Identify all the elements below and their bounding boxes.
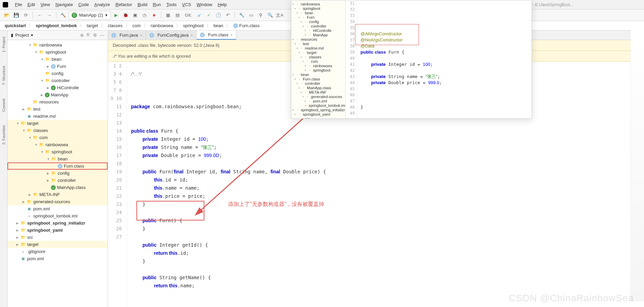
ov-tree-11[interactable]: ▸▫target — [291, 50, 345, 55]
project-tree[interactable]: ▼📁rainbowsea▼📁springboot▼📁bean▶cFurn📁con… — [7, 40, 108, 307]
tree-item-bean[interactable]: ▼📁bean — [7, 155, 108, 162]
crumb-2[interactable]: target — [85, 22, 99, 29]
ov-tree-17[interactable]: ▸▫Furn.class — [291, 77, 345, 81]
close-icon[interactable]: × — [231, 33, 233, 37]
ov-tree-10[interactable]: ▸▫readme.md — [291, 46, 345, 50]
tree-item-com[interactable]: ▼📁com — [7, 134, 108, 141]
menu-run[interactable]: Run — [150, 1, 164, 8]
ov-tree-3[interactable]: ▸▫Furn — [291, 15, 345, 19]
tree-item-mainapp[interactable]: ▶cMainApp — [7, 91, 108, 98]
tab-furn-class[interactable]: cFurn.class× — [197, 31, 236, 40]
crumb-5[interactable]: rainbowsea — [149, 22, 175, 29]
run-icon[interactable]: ▶ — [112, 11, 120, 19]
menu-help[interactable]: Help — [215, 1, 229, 8]
expand-icon[interactable]: ⇱ — [87, 33, 90, 38]
tree-item-rainbowsea[interactable]: ▼📁rainbowsea — [7, 41, 108, 49]
overlay-code[interactable]: @AllArgsConstructor @NoArgsConstructor @… — [357, 0, 532, 118]
overlay-tree[interactable]: ▸▫rainbowsea▸▫springboot▸▫bean▸▫Furn▸▫co… — [291, 0, 346, 118]
menu-file[interactable]: File — [12, 1, 25, 8]
menu-navigate[interactable]: Navigate — [53, 1, 75, 8]
tab-furn-java[interactable]: cFurn.java× — [108, 31, 146, 40]
chevron-down-icon[interactable]: ▾ — [31, 33, 33, 38]
tree-item-controller[interactable]: ▶📁controller — [7, 177, 108, 184]
tab-furnconfig-java[interactable]: cFurnConfig.java× — [146, 31, 197, 40]
tree-item-springboot-spring-initializr[interactable]: ▶📁springboot_spring_initializr — [7, 219, 108, 227]
tree-item-pom-xml[interactable]: ▣pom.xml — [7, 205, 108, 212]
forward-icon[interactable]: → — [45, 11, 53, 19]
tree-item--gitignore[interactable]: ▫.gitignore — [7, 248, 108, 255]
save-icon[interactable]: 💾 — [12, 11, 20, 19]
tree-item-src[interactable]: ▶📁src — [7, 234, 108, 241]
menu-window[interactable]: Window — [194, 1, 215, 8]
tool-tab-project[interactable]: 1: Project — [1, 33, 6, 56]
close-icon[interactable]: × — [190, 33, 192, 37]
settings-icon[interactable]: 🔧 — [238, 11, 246, 19]
structure-icon[interactable]: ▭ — [247, 11, 255, 19]
crumb-6[interactable]: springboot — [182, 22, 205, 29]
profile-icon[interactable]: ◷ — [141, 11, 149, 19]
tool-tab-structure[interactable]: 7: Structure — [1, 62, 6, 89]
ov-tree-4[interactable]: ▸▫config — [291, 19, 345, 24]
ov-tree-2[interactable]: ▸▫bean — [291, 11, 345, 15]
ov-tree-19[interactable]: ▸▫MainApp.class — [291, 85, 345, 90]
ov-tree-21[interactable]: ▸▫generated-sources — [291, 94, 345, 99]
ov-tree-15[interactable]: ▸▫springboot — [291, 68, 345, 72]
search-everywhere-icon[interactable]: ⚲ — [257, 11, 265, 19]
gear-icon[interactable]: ⚙ — [93, 33, 97, 38]
ov-tree-14[interactable]: ▸▫rainbowsea — [291, 63, 345, 68]
tree-item-generated-sources[interactable]: ▶📁generated-sources — [7, 198, 108, 205]
ov-tree-8[interactable]: ▸▫resources — [291, 37, 345, 41]
ov-tree-25[interactable]: ▸▫springboot_yaml — [291, 112, 345, 116]
ov-tree-22[interactable]: ▸▫pom.xml — [291, 99, 345, 103]
menu-build[interactable]: Build — [135, 1, 150, 8]
open-icon[interactable]: 📂 — [3, 11, 11, 19]
tree-item-classes[interactable]: ▼📁classes — [7, 127, 108, 134]
ov-tree-5[interactable]: ▸▫controller — [291, 24, 345, 28]
ov-tree-7[interactable]: ▸▫MainApp — [291, 33, 345, 37]
vcs-update-icon[interactable]: ↙ — [195, 11, 203, 19]
tree-item-springboot[interactable]: ▼📁springboot — [7, 148, 108, 155]
close-icon[interactable]: × — [140, 33, 142, 37]
debug-icon[interactable]: 🐞 — [122, 11, 130, 19]
grid-icon[interactable]: ▦ — [164, 11, 172, 19]
ov-tree-20[interactable]: ▸▫META-INF — [291, 90, 345, 94]
vcs-commit-icon[interactable]: ✓ — [205, 11, 213, 19]
translate-icon[interactable]: 文A — [276, 11, 284, 19]
tree-item-springboot-yaml[interactable]: ▶📁springboot_yaml — [7, 227, 108, 234]
hammer-icon[interactable]: 🔨 — [59, 11, 67, 19]
find-icon[interactable]: 🔍 — [266, 11, 274, 19]
tree-item-hicontrolle[interactable]: ▶cHiControlle — [7, 84, 108, 91]
stop-icon[interactable]: ■ — [150, 11, 158, 19]
crumb-7[interactable]: bean — [212, 22, 225, 29]
tree-item-controller[interactable]: ▼📁controller — [7, 77, 108, 84]
ov-tree-12[interactable]: ▸▫classes — [291, 55, 345, 59]
tree-item-target[interactable]: ▼📁target — [7, 120, 108, 127]
menu-tools[interactable]: Tools — [164, 1, 179, 8]
tool-tab-commit[interactable]: Commit — [1, 95, 6, 115]
tree-item-meta-inf[interactable]: ▶📁META-INF — [7, 191, 108, 198]
coverage-icon[interactable]: ▣ — [131, 11, 139, 19]
tree-item-target[interactable]: ▶📁target — [7, 241, 108, 248]
menu-view[interactable]: View — [38, 1, 53, 8]
tree-item-config[interactable]: ▶📁config — [7, 170, 108, 177]
tree-item-resources[interactable]: 📁resources — [7, 98, 108, 105]
crumb-3[interactable]: classes — [107, 22, 124, 29]
tree-item-furn-class[interactable]: cFurn.class — [7, 162, 108, 170]
layout-icon[interactable]: ▤ — [173, 11, 182, 19]
crumb-8[interactable]: c Furn.class — [232, 22, 261, 29]
vcs-history-icon[interactable]: 🕐 — [214, 11, 222, 19]
tree-item-springboot-lombok-iml[interactable]: ▫springboot_lombok.iml — [7, 212, 108, 219]
tree-item-readme-md[interactable]: ▣readme.md — [7, 113, 108, 120]
menu-edit[interactable]: Edit — [25, 1, 38, 8]
menu-analyze[interactable]: Analyze — [92, 1, 113, 8]
crumb-4[interactable]: com — [131, 22, 142, 29]
tree-item-mainapp-class[interactable]: cMainApp.class — [7, 184, 108, 191]
ov-tree-6[interactable]: ▸▫HiControlle — [291, 28, 345, 33]
refresh-icon[interactable]: ⟳ — [22, 11, 30, 19]
minimize-icon[interactable]: — — [100, 33, 104, 38]
locate-icon[interactable]: ⊕ — [80, 33, 84, 38]
ov-tree-13[interactable]: ▸▫com — [291, 59, 345, 63]
ov-tree-18[interactable]: ▸▫controller — [291, 81, 345, 85]
tool-tab-favorites[interactable]: 2: Favorites — [1, 122, 6, 148]
menu-refactor[interactable]: Refactor — [113, 1, 135, 8]
